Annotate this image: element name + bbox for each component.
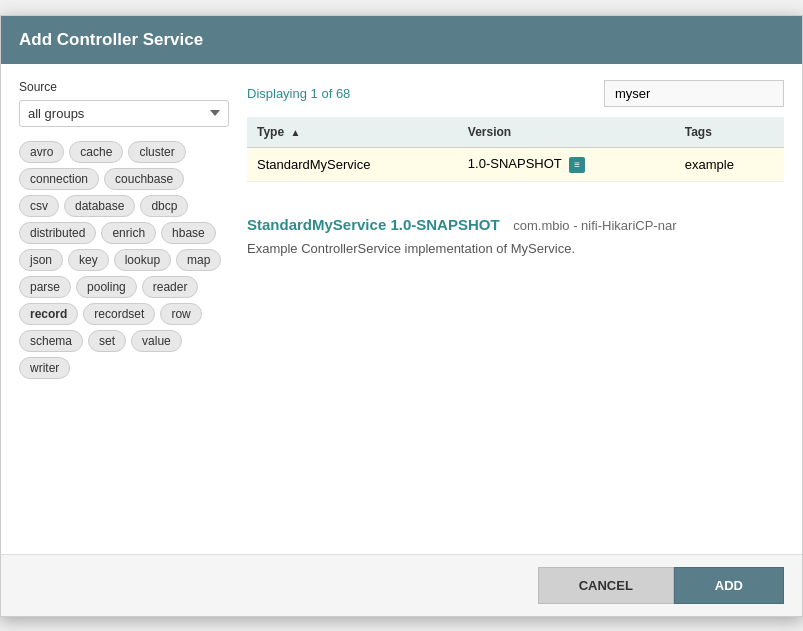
add-button[interactable]: ADD [674, 567, 784, 604]
col-tags[interactable]: Tags [675, 117, 784, 148]
dialog-footer: CANCEL ADD [1, 554, 802, 616]
service-detail-nar: com.mbio - nifi-HikariCP-nar [513, 218, 676, 233]
tag-schema[interactable]: schema [19, 330, 83, 352]
tag-connection[interactable]: connection [19, 168, 99, 190]
tag-enrich[interactable]: enrich [101, 222, 156, 244]
tag-database[interactable]: database [64, 195, 135, 217]
tag-csv[interactable]: csv [19, 195, 59, 217]
version-info-icon[interactable]: ≡ [569, 157, 585, 173]
tag-cache[interactable]: cache [69, 141, 123, 163]
source-select[interactable]: all groups [19, 100, 229, 127]
tag-writer[interactable]: writer [19, 357, 70, 379]
col-version[interactable]: Version [458, 117, 675, 148]
tag-set[interactable]: set [88, 330, 126, 352]
tag-couchbase[interactable]: couchbase [104, 168, 184, 190]
tag-hbase[interactable]: hbase [161, 222, 216, 244]
tag-pooling[interactable]: pooling [76, 276, 137, 298]
dialog-body: Source all groups avro cache cluster con… [1, 64, 802, 554]
search-input[interactable] [604, 80, 784, 107]
tag-value[interactable]: value [131, 330, 182, 352]
tag-recordset[interactable]: recordset [83, 303, 155, 325]
tag-cluster[interactable]: cluster [128, 141, 185, 163]
right-panel: Displaying 1 of 68 Type ▲ Version T [247, 80, 784, 538]
results-table: Type ▲ Version Tags StandardMyService [247, 117, 784, 182]
tag-json[interactable]: json [19, 249, 63, 271]
cancel-button[interactable]: CANCEL [538, 567, 674, 604]
tag-map[interactable]: map [176, 249, 221, 271]
source-label: Source [19, 80, 229, 94]
type-sort-icon: ▲ [290, 127, 300, 138]
col-type[interactable]: Type ▲ [247, 117, 458, 148]
tag-row[interactable]: row [160, 303, 201, 325]
top-bar: Displaying 1 of 68 [247, 80, 784, 107]
cell-type: StandardMyService [247, 147, 458, 181]
tag-lookup[interactable]: lookup [114, 249, 171, 271]
displaying-count: Displaying 1 of 68 [247, 86, 350, 101]
tag-parse[interactable]: parse [19, 276, 71, 298]
tag-reader[interactable]: reader [142, 276, 199, 298]
add-controller-service-dialog: Add Controller Service Source all groups… [0, 15, 803, 617]
dialog-title: Add Controller Service [19, 30, 784, 50]
dialog-header: Add Controller Service [1, 16, 802, 64]
service-detail: StandardMyService 1.0-SNAPSHOT com.mbio … [247, 202, 784, 256]
service-detail-name: StandardMyService 1.0-SNAPSHOT [247, 216, 500, 233]
tag-avro[interactable]: avro [19, 141, 64, 163]
tag-record[interactable]: record [19, 303, 78, 325]
cell-version: 1.0-SNAPSHOT ≡ [458, 147, 675, 181]
tag-distributed[interactable]: distributed [19, 222, 96, 244]
cell-tags: example [675, 147, 784, 181]
tag-dbcp[interactable]: dbcp [140, 195, 188, 217]
table-row[interactable]: StandardMyService 1.0-SNAPSHOT ≡ example [247, 147, 784, 181]
tag-key[interactable]: key [68, 249, 109, 271]
service-detail-description: Example ControllerService implementation… [247, 241, 784, 256]
table-header-row: Type ▲ Version Tags [247, 117, 784, 148]
left-panel: Source all groups avro cache cluster con… [19, 80, 229, 538]
tags-container: avro cache cluster connection couchbase … [19, 141, 229, 379]
